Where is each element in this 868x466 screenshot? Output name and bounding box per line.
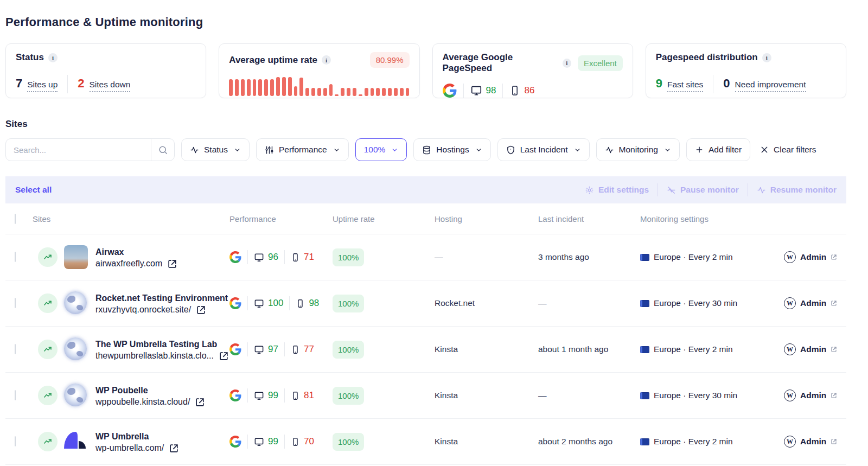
wordpress-icon: W [784,436,796,448]
uptime-card-title: Average uptime rate [229,55,317,66]
site-favicon [64,384,88,407]
select-all-checkbox[interactable] [15,214,16,224]
info-icon[interactable]: i [48,53,58,62]
uptime-bar [394,88,398,96]
external-link-icon [195,397,205,407]
last-incident-value: — [538,298,547,308]
mobile-score: 77 [304,344,314,355]
monitoring-settings-value: Europe · Every 30 min [654,298,737,308]
mobile-icon [291,253,300,262]
search-input[interactable] [6,145,151,155]
filter-last-incident-button[interactable]: Last Incident [497,138,590,161]
site-url[interactable]: thewpumbrellaslab.kinsta.clo... [95,351,214,361]
row-checkbox[interactable] [15,252,16,262]
google-icon [443,84,457,98]
resume-monitor-button[interactable]: Resume monitor [757,185,837,195]
admin-link[interactable]: W Admin [784,436,846,448]
admin-link[interactable]: W Admin [784,390,846,401]
hosting-value: Kinsta [435,344,458,354]
hosting-value: Kinsta [435,391,458,400]
row-checkbox[interactable] [15,436,16,446]
search-icon[interactable] [151,145,174,155]
chevron-down-icon [475,146,482,154]
header-last-incident: Last incident [538,214,640,224]
uptime-status-icon [38,386,58,405]
chevron-down-icon [234,146,241,154]
filter-monitoring-button[interactable]: Monitoring [596,138,680,161]
mobile-score: 81 [304,390,314,401]
sites-down-count: 2 [78,76,84,91]
trending-up-icon [43,252,53,262]
europe-flag-icon [640,300,649,307]
filter-performance-button[interactable]: Performance [256,138,349,161]
need-improvement-stat[interactable]: 0 Need improvement [723,76,806,92]
pagespeed-grade-badge: Excellent [578,55,623,71]
uptime-bar [335,94,339,96]
pause-monitor-button[interactable]: Pause monitor [667,185,739,195]
mobile-score: 70 [304,436,314,447]
info-icon[interactable]: i [563,59,571,68]
distribution-card-title: Pagespeed distribution [656,52,758,63]
admin-link[interactable]: W Admin [784,297,846,309]
admin-label: Admin [800,344,826,354]
fast-sites-stat[interactable]: 9 Fast sites [656,76,704,92]
avg-desktop-score: 98 [486,85,496,96]
google-icon [229,297,241,309]
stat-cards: Status i 7 Sites up 2 Sites down Average… [5,43,846,98]
uptime-bar [276,77,280,96]
filter-uptime-value-button[interactable]: 100% [355,138,407,161]
uptime-bar [253,79,257,96]
plus-icon [695,145,704,154]
table-row: Airwax airwaxfreefly.com 96 71 [5,234,846,280]
site-url[interactable]: wppoubelle.kinsta.cloud/ [95,397,190,407]
header-sites: Sites [33,214,229,224]
edit-settings-button[interactable]: Edit settings [585,185,649,195]
sites-up-stat[interactable]: 7 Sites up [16,76,58,92]
uptime-status-icon [38,247,58,267]
site-favicon [64,337,88,361]
row-checkbox[interactable] [15,390,16,400]
site-url[interactable]: rxuvzhyvtq.onrocket.site/ [95,305,191,315]
info-icon[interactable]: i [322,55,331,65]
admin-link[interactable]: W Admin [784,251,846,263]
row-checkbox[interactable] [15,344,16,354]
globe-icon [64,337,87,360]
status-card: Status i 7 Sites up 2 Sites down [5,43,206,98]
add-filter-button[interactable]: Add filter [686,138,750,161]
external-link-icon [196,305,206,315]
mobile-score: 98 [309,298,319,309]
last-incident-value: about 1 month ago [538,344,608,354]
site-url[interactable]: airwaxfreefly.com [95,259,162,269]
avg-mobile-score: 86 [524,85,534,96]
filter-hostings-button[interactable]: Hostings [413,138,490,161]
info-icon[interactable]: i [762,53,771,62]
table-row: The WP Umbrella Testing Lab thewpumbrell… [5,327,846,373]
sites-down-stat[interactable]: 2 Sites down [78,76,130,92]
admin-link[interactable]: W Admin [784,343,846,355]
pulse-off-icon [667,186,676,195]
row-checkbox[interactable] [15,298,16,308]
hosting-value: — [435,252,443,261]
site-name: Rocket.net Testing Environment [95,292,228,305]
desktop-icon [254,437,264,447]
select-all-link[interactable]: Select all [15,185,52,195]
europe-flag-icon [640,346,649,353]
monitoring-settings-value: Europe · Every 2 min [654,252,733,262]
shield-icon [506,145,515,155]
uptime-bar [382,88,386,96]
uptime-rate-badge: 100% [333,433,364,451]
clear-filters-button[interactable]: Clear filters [757,138,819,161]
monitoring-settings-value: Europe · Every 2 min [654,344,733,354]
mobile-icon [291,391,300,400]
fast-sites-label: Fast sites [667,80,703,92]
desktop-icon [254,252,264,263]
need-improvement-label: Need improvement [735,80,806,92]
uptime-bar [329,84,333,96]
mobile-icon [291,345,300,354]
desktop-score: 99 [268,390,278,401]
site-url[interactable]: wp-umbrella.com/ [95,443,164,453]
external-link-icon [219,351,229,361]
site-name: WP Poubelle [95,384,205,397]
filter-status-button[interactable]: Status [181,138,250,161]
bulk-action-bar: Select all Edit settings Pause monitor R… [5,176,846,203]
